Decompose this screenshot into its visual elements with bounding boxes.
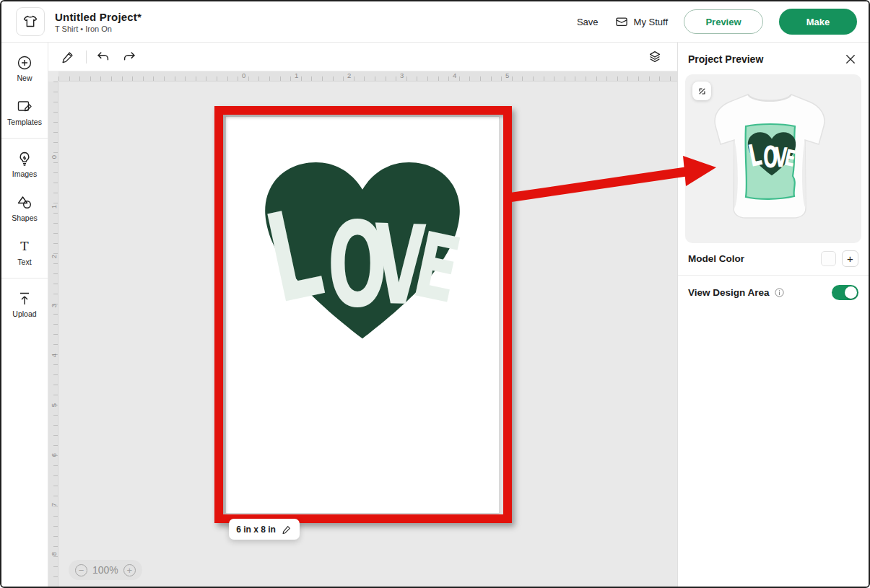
toolbar-divider — [86, 51, 87, 63]
sidebar-label-text: Text — [17, 258, 31, 266]
edit-pencil-icon[interactable] — [60, 49, 76, 65]
preview-button[interactable]: Preview — [684, 9, 763, 34]
hruler-number: 4 — [453, 71, 456, 79]
hruler-number: 3 — [400, 71, 404, 79]
shapes-icon — [16, 194, 33, 211]
canvas-toolbar — [48, 43, 677, 71]
tshirt-icon — [22, 13, 39, 30]
vruler-number: 2 — [50, 251, 58, 261]
design-canvas[interactable]: 6 in x 8 in − 100% + — [58, 82, 677, 587]
sidebar-item-text[interactable]: T Text — [1, 238, 48, 266]
zoom-level: 100% — [92, 564, 118, 576]
project-title-block: Untitled Project* T Shirt • Iron On — [55, 11, 142, 33]
sidebar-label-images: Images — [12, 170, 37, 178]
add-model-color-button[interactable]: + — [842, 250, 858, 267]
hruler-number: 0 — [242, 71, 245, 79]
top-header: Untitled Project* T Shirt • Iron On Save… — [1, 1, 869, 43]
view-design-area-row: View Design Area — [678, 277, 869, 307]
redo-icon[interactable] — [121, 49, 137, 65]
vruler-number: 1 — [50, 201, 58, 211]
model-color-swatch[interactable] — [821, 251, 836, 266]
canvas-size-label: 6 in x 8 in — [236, 525, 276, 535]
view-design-area-label: View Design Area — [688, 287, 770, 298]
toggle-knob — [845, 286, 857, 299]
vruler-number: 3 — [50, 301, 58, 311]
project-title: Untitled Project* — [55, 11, 142, 23]
sidebar-item-images[interactable]: Images — [1, 150, 48, 178]
tshirt-mockup — [685, 74, 854, 243]
sidebar-divider — [1, 278, 48, 278]
app-window: L O V E Untitled Project* T Shirt • Iron… — [0, 0, 870, 588]
make-button[interactable]: Make — [779, 9, 857, 35]
upload-icon — [16, 290, 33, 307]
expand-preview-button[interactable] — [692, 82, 711, 100]
edit-size-pencil-icon — [281, 524, 292, 535]
project-preview-panel: Project Preview Model Color — [677, 43, 869, 587]
panel-title: Project Preview — [688, 53, 763, 65]
vruler-number: 4 — [50, 351, 58, 361]
layers-icon[interactable] — [647, 49, 663, 65]
template-icon — [16, 98, 33, 115]
lightbulb-icon — [16, 150, 33, 167]
vertical-ruler: 012345678 — [48, 82, 58, 587]
save-button[interactable]: Save — [577, 17, 599, 27]
project-type-button[interactable] — [16, 7, 45, 36]
vruler-number: 6 — [50, 449, 58, 460]
hruler-number: 1 — [295, 71, 298, 79]
sidebar-item-new[interactable]: New — [1, 54, 48, 82]
left-sidebar: New Templates Images Shapes — [1, 43, 48, 587]
view-design-area-toggle[interactable] — [832, 285, 858, 300]
sidebar-label-upload: Upload — [12, 310, 36, 318]
design-page[interactable] — [225, 116, 500, 514]
horizontal-ruler: 012345 — [58, 71, 677, 82]
mail-icon — [614, 14, 629, 29]
expand-icon — [697, 86, 708, 97]
canvas-size-chip[interactable]: 6 in x 8 in — [229, 519, 300, 540]
zoom-out-button[interactable]: − — [75, 564, 87, 576]
panel-divider — [678, 275, 869, 276]
text-icon: T — [16, 238, 33, 255]
plus-circle-icon — [16, 54, 33, 71]
model-color-row: Model Color + — [678, 243, 869, 273]
vruler-number: 7 — [50, 499, 58, 509]
model-color-label: Model Color — [688, 253, 744, 264]
sidebar-divider — [1, 138, 48, 139]
sidebar-item-templates[interactable]: Templates — [1, 98, 48, 126]
undo-icon[interactable] — [95, 49, 111, 65]
sidebar-item-upload[interactable]: Upload — [1, 290, 48, 318]
zoom-in-button[interactable]: + — [123, 564, 136, 576]
close-icon[interactable] — [844, 53, 857, 66]
vruler-number: 5 — [50, 400, 58, 411]
svg-text:T: T — [20, 239, 29, 253]
hruler-number: 5 — [505, 71, 509, 79]
zoom-control: − 100% + — [69, 560, 142, 580]
project-subtitle: T Shirt • Iron On — [55, 25, 142, 33]
vruler-number: 0 — [50, 152, 58, 162]
my-stuff-label: My Stuff — [634, 17, 668, 27]
sidebar-label-shapes: Shapes — [12, 214, 38, 222]
sidebar-label-new: New — [17, 74, 32, 82]
info-icon[interactable] — [774, 287, 785, 298]
tshirt-preview[interactable] — [685, 74, 861, 243]
sidebar-label-templates: Templates — [7, 118, 42, 126]
my-stuff-button[interactable]: My Stuff — [614, 14, 668, 29]
canvas-area: 012345 012345678 6 in x 8 in − 100% + — [48, 43, 677, 587]
vruler-number: 8 — [50, 549, 58, 559]
love-heart-design[interactable] — [250, 144, 475, 343]
sidebar-item-shapes[interactable]: Shapes — [1, 194, 48, 222]
hruler-number: 2 — [347, 71, 351, 79]
